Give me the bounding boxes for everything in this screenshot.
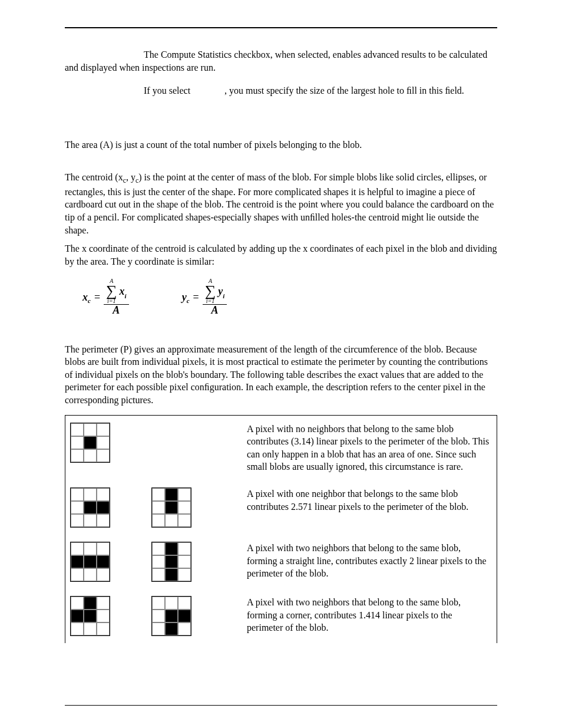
pixel-empty xyxy=(97,423,110,436)
pixel-empty xyxy=(152,542,165,555)
pixel-empty xyxy=(97,610,110,622)
footer-rule xyxy=(65,705,497,706)
table-row: A pixel with two neighbors that belong t… xyxy=(65,535,497,589)
pixel-filled xyxy=(84,436,97,449)
pixel-empty xyxy=(97,436,110,449)
pixel-empty xyxy=(84,488,97,501)
pixel-filled xyxy=(71,555,84,568)
pixel-empty xyxy=(71,501,84,514)
pixel-grid xyxy=(151,596,191,636)
eq-den-a: A xyxy=(110,305,122,316)
pixel-filled xyxy=(84,610,97,622)
pixel-filled xyxy=(165,542,178,555)
pixel-empty xyxy=(84,514,97,527)
eq-yc: yc = A ∑ i=1 yi A xyxy=(182,278,227,315)
pixel-filled xyxy=(84,501,97,514)
eq-xc-x: x xyxy=(82,290,88,304)
eq-xc-sub: c xyxy=(88,297,91,305)
pixel-empty xyxy=(152,501,165,514)
pixel-empty xyxy=(71,568,84,581)
intro-p1-text: The Compute Statistics checkbox, when se… xyxy=(65,50,487,73)
pixel-empty xyxy=(152,555,165,568)
pixel-empty xyxy=(71,436,84,449)
pixel-filled xyxy=(84,555,97,568)
pixel-grid xyxy=(70,596,110,636)
pixel-filled xyxy=(165,568,178,581)
intro-paragraph-1: The Compute Statistics checkbox, when se… xyxy=(65,48,497,74)
pixel-empty xyxy=(84,622,97,635)
pixel-empty xyxy=(152,568,165,581)
pixel-empty xyxy=(165,514,178,527)
grid-cell xyxy=(70,487,247,528)
pixel-empty xyxy=(178,622,191,635)
pixel-empty xyxy=(84,423,97,436)
pixel-filled xyxy=(97,555,110,568)
pixel-grid xyxy=(151,542,191,582)
grid-cell xyxy=(70,596,247,636)
centroid-paragraph-1: The centroid (xc, yc) is the point at th… xyxy=(65,171,497,236)
pixel-empty xyxy=(152,514,165,527)
eq-sum-bot2: i=1 xyxy=(206,298,215,304)
row-description: A pixel with two neighbors that belong t… xyxy=(247,596,492,634)
pixel-empty xyxy=(97,622,110,635)
pixel-filled xyxy=(165,488,178,501)
pixel-empty xyxy=(97,542,110,555)
eq-yi-sub: i xyxy=(223,292,224,299)
pixel-empty xyxy=(97,597,110,610)
eq-xi: x xyxy=(120,285,125,297)
table-row: A pixel with no neighbors that belong to… xyxy=(65,416,497,480)
eq-xi-sub: i xyxy=(125,292,127,299)
pixel-empty xyxy=(178,555,191,568)
pixel-empty xyxy=(84,542,97,555)
pixel-filled xyxy=(97,501,110,514)
intro-p2b: , you must specify the size of the large… xyxy=(224,85,464,95)
eq-xc: xc = A ∑ i=1 xi A xyxy=(82,278,129,315)
pixel-grid xyxy=(70,487,110,528)
pixel-empty xyxy=(178,501,191,514)
table-row: A pixel with one neighbor that belongs t… xyxy=(65,480,497,535)
pixel-empty xyxy=(71,622,84,635)
grid-cell xyxy=(70,542,247,582)
pixel-empty xyxy=(178,597,191,610)
pixel-filled xyxy=(165,610,178,622)
pixel-grid xyxy=(70,542,110,582)
perimeter-table: A pixel with no neighbors that belong to… xyxy=(65,415,497,643)
pixel-empty xyxy=(152,622,165,635)
intro-p2a: If you select xyxy=(144,85,193,95)
pixel-empty xyxy=(97,514,110,527)
pixel-empty xyxy=(152,610,165,622)
pixel-empty xyxy=(71,542,84,555)
pixel-empty xyxy=(71,488,84,501)
pixel-empty xyxy=(165,597,178,610)
perimeter-paragraph: The perimeter (P) gives an approximate m… xyxy=(65,343,497,407)
pixel-filled xyxy=(165,555,178,568)
row-description: A pixel with no neighbors that belong to… xyxy=(247,423,492,473)
area-paragraph: The area (A) is just a count of the tota… xyxy=(65,139,497,151)
pixel-empty xyxy=(178,514,191,527)
pixel-empty xyxy=(71,449,84,462)
pixel-empty xyxy=(152,597,165,610)
pixel-empty xyxy=(178,542,191,555)
document-page: The Compute Statistics checkbox, when se… xyxy=(0,0,562,728)
pixel-filled xyxy=(165,622,178,635)
eq-den-a2: A xyxy=(209,305,221,316)
pixel-filled xyxy=(84,597,97,610)
pixel-empty xyxy=(97,449,110,462)
grid-cell xyxy=(70,423,247,463)
centroid-paragraph-2: The x coordinate of the centroid is calc… xyxy=(65,242,497,268)
pixel-empty xyxy=(71,423,84,436)
intro-paragraph-2: If you select , you must specify the siz… xyxy=(65,84,497,97)
table-row: A pixel with two neighbors that belong t… xyxy=(65,589,497,643)
pixel-grid xyxy=(151,487,191,528)
row-description: A pixel with two neighbors that belong t… xyxy=(247,542,492,580)
pixel-empty xyxy=(152,488,165,501)
pixel-empty xyxy=(97,488,110,501)
pixel-empty xyxy=(84,568,97,581)
pixel-empty xyxy=(84,449,97,462)
pixel-empty xyxy=(178,568,191,581)
pixel-filled xyxy=(178,610,191,622)
pixel-empty xyxy=(97,568,110,581)
pixel-filled xyxy=(165,501,178,514)
pixel-empty xyxy=(71,514,84,527)
pixel-grid xyxy=(70,423,110,463)
